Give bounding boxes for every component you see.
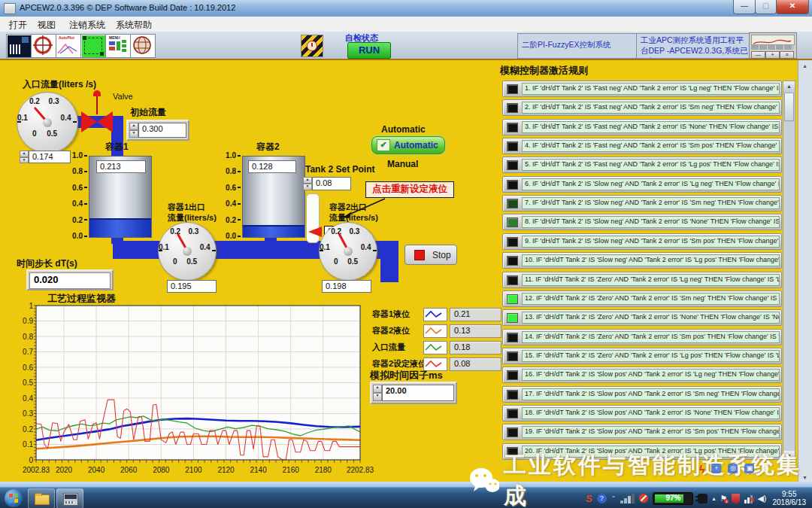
svg-text:2040: 2040	[88, 466, 105, 474]
overlay-icon[interactable]: ▣	[744, 464, 754, 473]
spin-down-icon[interactable]: ▼	[129, 130, 138, 138]
stop-button[interactable]: Stop	[404, 245, 457, 265]
legend-value: 0.18	[450, 341, 501, 354]
menu-logout[interactable]: 注销系统	[66, 18, 108, 32]
menu-open[interactable]: 打开	[6, 18, 30, 32]
scroll-up-icon[interactable]: ▲	[783, 81, 795, 92]
tank2-level-value: 0.128	[248, 160, 296, 173]
svg-text:2002.83: 2002.83	[23, 466, 50, 474]
instrument-panel-icon[interactable]	[6, 34, 32, 58]
desktop: APCEW2.0.3.396 © DEP Software Build Date…	[0, 0, 812, 508]
start-button[interactable]	[5, 489, 23, 507]
rule-led-indicator	[507, 313, 518, 323]
spin-up-icon[interactable]: ▲	[373, 385, 382, 393]
menu-help[interactable]: 系统帮助	[113, 18, 155, 32]
window-scrollbar[interactable]: ▲ ▼	[798, 60, 812, 483]
menu-config-icon[interactable]: MENU	[105, 34, 131, 58]
rule-text: 2. IF 'dH/dT Tank 2' IS 'Fast neg' AND '…	[522, 102, 780, 114]
close-button[interactable]: ✕	[776, 0, 809, 14]
setpoint-spinner[interactable]: ▲▼ 0.08	[303, 177, 351, 190]
spin-down-icon[interactable]: ▼	[303, 184, 312, 190]
inlet-flow-spinner[interactable]: ▲▼ 0.174	[20, 151, 71, 163]
svg-text:0.8: 0.8	[23, 333, 33, 341]
graph-palette: — + ≡	[749, 32, 797, 59]
zoom-in-button[interactable]: +	[765, 51, 780, 59]
setpoint-value[interactable]: 0.08	[312, 177, 351, 190]
rule-led-indicator	[507, 370, 518, 380]
sim-factor-spinner[interactable]: ▲▼ 20.00	[370, 382, 457, 404]
dt-value: 0.020	[29, 272, 111, 289]
rule-led-indicator	[507, 217, 518, 227]
menu-view[interactable]: 视图	[35, 18, 59, 32]
process-monitor-chart: 00.10.20.30.40.50.60.70.80.912002.832020…	[15, 300, 376, 480]
valve-right[interactable]	[97, 111, 113, 132]
tank2-fill	[243, 225, 304, 237]
watermark: 工业软件与智能制造系统集成	[468, 450, 812, 508]
scroll-up-icon[interactable]: ▲	[802, 63, 807, 68]
maximize-button[interactable]: ▢	[755, 0, 777, 14]
svg-text:2080: 2080	[153, 466, 170, 474]
zoom-out-button[interactable]: —	[751, 51, 765, 59]
gauge-dial-label: 0.5	[186, 257, 197, 266]
spin-down-icon[interactable]: ▼	[20, 157, 29, 164]
overlay-icon[interactable]: +	[711, 464, 721, 473]
target-tuning-icon[interactable]	[31, 34, 56, 58]
gauge-dial-label: 0	[173, 257, 177, 266]
initial-flow-label: 初始流量	[130, 106, 166, 119]
rule-text: 3. IF 'dH/dT Tank 2' IS 'Fast neg' AND '…	[522, 121, 780, 133]
setpoint-slider-pointer[interactable]	[308, 227, 322, 237]
initial-flow-value[interactable]: 0.300	[138, 123, 186, 138]
overlay-icon[interactable]: ϟ	[699, 464, 704, 476]
rule-led-indicator	[507, 409, 518, 418]
rule-row: 14. IF 'dH/dT Tank 2' IS 'Zero' AND 'Tan…	[502, 329, 782, 345]
legend-label: 容器1液位	[372, 309, 410, 320]
rule-row: 2. IF 'dH/dT Tank 2' IS 'Fast neg' AND '…	[502, 99, 782, 116]
svg-text:0.4: 0.4	[23, 394, 33, 403]
svg-text:1: 1	[29, 302, 33, 310]
spin-up-icon[interactable]: ▲	[20, 151, 29, 157]
rule-text: 18. IF 'dH/dT Tank 2' IS 'Slow pos' AND …	[522, 407, 780, 419]
manual-label: Manual	[387, 159, 418, 169]
legend-line-icon[interactable]	[423, 341, 447, 354]
legend-line-icon[interactable]	[423, 324, 447, 338]
rule-led-indicator	[507, 351, 518, 361]
pan-button[interactable]: ≡	[780, 51, 794, 59]
taskbar-app-button[interactable]	[56, 488, 83, 508]
outlet1-label-1: 容器1出口	[168, 202, 205, 213]
svg-text:2180: 2180	[315, 466, 332, 474]
pipe-discharge	[380, 241, 398, 282]
legend-line-icon[interactable]	[423, 308, 447, 321]
initial-flow-spinner[interactable]: ▲▼ 0.300	[126, 120, 189, 141]
overlay-icon[interactable]: ◎	[728, 464, 738, 473]
rules-scrollbar[interactable]: ▲ ▼	[783, 81, 795, 462]
tank1-level-value: 0.213	[96, 160, 146, 173]
mode-switch[interactable]: ✔ Automatic	[371, 136, 445, 154]
legend-label: 容器2液位	[372, 325, 410, 336]
rule-led-indicator	[507, 275, 518, 285]
palette-tool-row[interactable]	[751, 45, 793, 50]
minimize-button[interactable]: —	[733, 0, 756, 14]
inlet-flow-value[interactable]: 0.174	[29, 151, 71, 163]
wechat-icon	[468, 466, 499, 496]
valve-left[interactable]	[81, 111, 97, 132]
emergency-stop-icon[interactable]	[301, 35, 323, 57]
spin-down-icon[interactable]: ▼	[373, 393, 382, 401]
rule-text: 13. IF 'dH/dT Tank 2' IS 'Zero' AND 'Tan…	[522, 312, 780, 324]
legend-label: 容器2设定液位	[372, 358, 426, 370]
rule-text: 7. IF 'dH/dT Tank 2' IS 'Slow neg' AND '…	[522, 197, 780, 209]
globe-icon[interactable]	[130, 34, 156, 58]
spin-up-icon[interactable]: ▲	[129, 123, 138, 130]
tank2-label: 容器2	[256, 141, 280, 154]
spin-up-icon[interactable]: ▲	[303, 177, 312, 184]
scrollbar-thumb[interactable]	[784, 93, 794, 121]
run-status-indicator: RUN	[347, 42, 391, 59]
sim-factor-value[interactable]: 20.00	[382, 385, 454, 401]
gauge-dial-label: 0	[32, 129, 37, 138]
mode-switch-label: Automatic	[394, 140, 438, 151]
autoplot-icon[interactable]: AutoPlot	[56, 34, 81, 58]
palette-mini-display	[751, 35, 795, 45]
stop-button-label: Stop	[432, 250, 451, 260]
taskbar-explorer-button[interactable]	[28, 488, 55, 508]
overlay-icon[interactable]: ⚙	[761, 464, 769, 476]
frame-edit-icon[interactable]	[80, 34, 106, 58]
